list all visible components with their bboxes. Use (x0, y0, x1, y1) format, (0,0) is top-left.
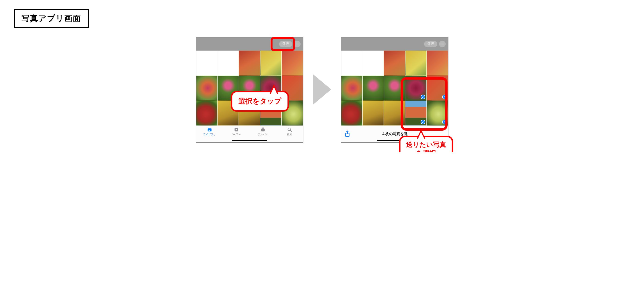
tab-library-label: ライブラリ (203, 133, 216, 136)
annotation-line1: 送りたい写真 (406, 141, 446, 148)
photo-thumb[interactable] (239, 51, 260, 76)
photo-thumb[interactable] (341, 51, 362, 76)
photo-thumb[interactable] (384, 51, 405, 76)
svg-point-1 (297, 44, 298, 45)
page-title: 写真アプリ画面 (14, 9, 89, 28)
photo-grid-left (196, 51, 303, 126)
svg-marker-12 (313, 74, 331, 105)
share-button[interactable] (344, 130, 350, 138)
foryou-icon (233, 127, 239, 132)
arrow-icon (313, 74, 332, 106)
annotation-highlight-select (271, 37, 295, 51)
svg-rect-4 (208, 128, 211, 129)
photo-thumb[interactable] (260, 51, 282, 76)
photo-thumb[interactable] (196, 100, 217, 126)
more-icon[interactable] (439, 41, 446, 47)
annotation-highlight-photos (401, 77, 448, 131)
annotation-line2: を選択 (416, 149, 436, 152)
photo-thumb[interactable] (341, 76, 362, 101)
svg-rect-9 (262, 128, 264, 128)
more-icon[interactable] (294, 41, 300, 47)
annotation-callout-tap-select: 選択をタップ (231, 91, 289, 112)
svg-rect-7 (261, 129, 264, 131)
phone-left: 選択 (196, 37, 304, 143)
tab-albums-label: アルバム (258, 133, 268, 136)
albums-icon (260, 127, 266, 132)
home-indicator (232, 140, 267, 141)
share-icon (344, 130, 350, 137)
svg-rect-8 (262, 128, 264, 129)
phone-right-wrap: 送りたい写真 を選択 選択 (341, 37, 448, 143)
photo-thumb[interactable] (341, 100, 362, 126)
photo-thumb[interactable] (362, 51, 384, 76)
photo-thumb[interactable] (282, 51, 303, 76)
phone-left-wrap: 選択をタップ 選択 (196, 37, 304, 143)
photo-thumb[interactable] (362, 76, 384, 101)
svg-line-11 (290, 130, 292, 132)
svg-point-2 (298, 44, 299, 45)
svg-point-15 (443, 44, 444, 45)
tab-foryou-label: For You (232, 133, 241, 136)
photo-thumb[interactable] (362, 100, 384, 126)
tab-search-label: 検索 (287, 133, 292, 136)
photo-thumb[interactable] (196, 51, 217, 76)
annotation-callout-pick-photos: 送りたい写真 を選択 (399, 136, 453, 152)
instruction-stage: 選択をタップ 選択 (9, 37, 635, 143)
photo-thumb[interactable] (196, 76, 217, 101)
search-icon (286, 127, 293, 132)
tab-bar: ライブラリ For You アルバム 検索 (196, 126, 303, 142)
photo-thumb[interactable] (427, 51, 448, 76)
photo-thumb[interactable] (218, 51, 238, 76)
photo-thumb[interactable] (406, 51, 426, 76)
select-button[interactable]: 選択 (424, 41, 437, 47)
svg-point-14 (442, 44, 442, 45)
phone-right-header: 選択 (341, 38, 448, 51)
library-icon (206, 127, 213, 132)
tab-search[interactable]: 検索 (276, 127, 303, 142)
svg-point-13 (441, 44, 442, 45)
svg-point-0 (296, 44, 296, 45)
tab-library[interactable]: ライブラリ (196, 127, 223, 142)
